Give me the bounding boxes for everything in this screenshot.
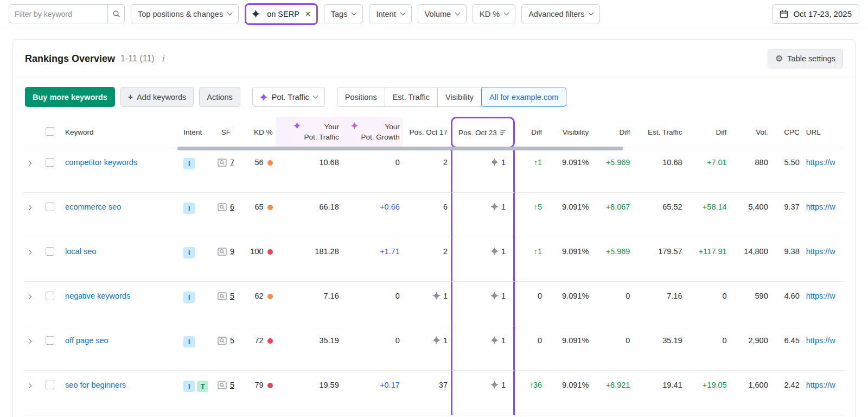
col-url: URL: [803, 117, 844, 148]
row-checkbox[interactable]: [46, 203, 54, 211]
keyword-link[interactable]: competitor keywords: [65, 158, 137, 167]
pot-growth-value: 0: [395, 336, 400, 345]
add-keywords-button[interactable]: + Add keywords: [120, 87, 194, 107]
row-checkbox[interactable]: [46, 381, 54, 389]
serp-preview-icon[interactable]: [218, 337, 227, 345]
serp-preview-icon[interactable]: [218, 248, 227, 256]
tab-est-traffic[interactable]: Est. Traffic: [385, 87, 438, 107]
row-checkbox[interactable]: [46, 158, 54, 167]
visibility-value: 9.091%: [545, 282, 592, 326]
est-diff: +7.01: [707, 158, 727, 167]
tab-positions[interactable]: Positions: [337, 87, 385, 107]
est-traffic-value: 7.16: [633, 282, 685, 326]
row-checkbox[interactable]: [46, 292, 54, 300]
serp-preview-icon[interactable]: [218, 203, 227, 211]
pos-oct23-cell: 1: [451, 148, 515, 193]
horizontal-scrollbar[interactable]: [177, 147, 624, 150]
serp-preview-icon[interactable]: [218, 159, 227, 167]
intent-badges: I: [183, 337, 197, 346]
col-pos-oct23: Pos. Oct 23: [451, 117, 515, 148]
buy-more-keywords-button[interactable]: Buy more keywords: [25, 87, 115, 107]
search-icon[interactable]: [107, 4, 125, 23]
expand-chevron-icon[interactable]: [27, 339, 32, 344]
date-range-picker[interactable]: Oct 17-23, 2025: [772, 4, 859, 24]
url-link[interactable]: https://w: [806, 336, 835, 345]
top-positions-label: Top positions & changes: [138, 10, 223, 18]
expand-chevron-icon[interactable]: [27, 383, 32, 389]
table-settings-button[interactable]: ⚙ Table settings: [768, 49, 843, 68]
advanced-filters-dropdown[interactable]: Advanced filters: [521, 4, 600, 23]
volume-label: Volume: [425, 10, 451, 18]
est-diff: +58.14: [703, 203, 727, 211]
kd-dot: [267, 383, 273, 388]
kd-dot: [267, 294, 273, 299]
serp-preview-icon[interactable]: [218, 292, 227, 300]
volume-dropdown[interactable]: Volume: [418, 4, 467, 23]
serp-features-count[interactable]: 6: [230, 203, 234, 211]
expand-chevron-icon[interactable]: [27, 294, 32, 300]
intent-badge-I: I: [183, 247, 195, 258]
intent-dropdown[interactable]: Intent: [369, 4, 411, 23]
pot-traffic-dropdown[interactable]: Pot. Traffic: [252, 87, 325, 107]
intent-badges: I: [183, 204, 197, 212]
volume-value: 14,800: [730, 237, 771, 282]
intent-badge-T: T: [197, 381, 208, 392]
pot-traffic-value: 35.19: [276, 326, 342, 371]
serp-features-count[interactable]: 5: [230, 336, 234, 345]
serp-feature-icon: [252, 10, 260, 18]
gear-icon: ⚙: [775, 54, 783, 63]
kd-value: 65: [254, 203, 263, 211]
est-traffic-value: 10.68: [633, 148, 685, 193]
row-checkbox[interactable]: [46, 336, 54, 345]
pos-diff: ↑1: [534, 247, 542, 256]
keyword-link[interactable]: seo for beginners: [65, 381, 126, 389]
pot-traffic-value: 7.16: [276, 282, 342, 326]
actions-button[interactable]: Actions: [199, 87, 240, 107]
intent-badges: I: [183, 159, 197, 168]
keyword-link[interactable]: off page seo: [65, 336, 108, 345]
serp-features-count[interactable]: 7: [230, 158, 234, 167]
kd-dropdown[interactable]: KD %: [473, 4, 515, 23]
row-checkbox[interactable]: [46, 247, 54, 256]
kd-value: 100: [250, 247, 263, 256]
serp-filter-chip[interactable]: on SERP ×: [246, 5, 316, 23]
expand-chevron-icon[interactable]: [27, 250, 32, 255]
intent-badges: I: [183, 293, 197, 301]
chevron-down-icon: [312, 93, 318, 99]
url-link[interactable]: https://w: [806, 292, 835, 300]
pos-oct23-value: 1: [501, 381, 506, 389]
tab-visibility[interactable]: Visibility: [437, 87, 482, 107]
col-pot-traffic: YourPot. Traffic: [276, 117, 342, 148]
keyword-link[interactable]: ecommerce seo: [65, 203, 121, 211]
url-link[interactable]: https://w: [806, 203, 835, 211]
keyword-filter: [9, 4, 125, 23]
select-all-checkbox[interactable]: [46, 127, 54, 136]
url-link[interactable]: https://w: [806, 158, 835, 167]
top-positions-dropdown[interactable]: Top positions & changes: [131, 4, 239, 23]
keyword-link[interactable]: local seo: [65, 247, 96, 256]
serp-features-count[interactable]: 5: [230, 292, 234, 300]
keyword-link[interactable]: negative keywords: [65, 292, 130, 300]
pos-oct23-value: 1: [501, 292, 506, 300]
intent-badge-I: I: [183, 336, 195, 348]
url-link[interactable]: https://w: [806, 247, 835, 256]
pos-oct17-value: 1: [443, 336, 448, 345]
close-icon[interactable]: ×: [305, 9, 311, 18]
pos-oct23-cell: 1: [451, 371, 515, 415]
serp-features-count[interactable]: 9: [230, 247, 234, 256]
visibility-value: 9.091%: [545, 193, 592, 237]
sort-icon[interactable]: [500, 129, 507, 136]
pot-growth-value: +0.17: [380, 381, 400, 389]
est-traffic-value: 65.52: [633, 193, 685, 237]
url-link[interactable]: https://w: [806, 381, 835, 389]
expand-chevron-icon[interactable]: [27, 205, 32, 211]
pot-growth-value: +0.66: [380, 203, 400, 211]
tags-dropdown[interactable]: Tags: [324, 4, 363, 23]
serp-preview-icon[interactable]: [218, 381, 227, 389]
tab-all-for-domain[interactable]: All for example.com: [481, 87, 566, 107]
kd-value: 72: [254, 336, 263, 345]
info-icon[interactable]: i: [160, 54, 166, 64]
serp-features-count[interactable]: 5: [230, 381, 234, 389]
expand-chevron-icon[interactable]: [27, 161, 32, 166]
table-row: off page seo I 5 72 35.19 0 1 1 0 9.091%…: [24, 326, 844, 371]
